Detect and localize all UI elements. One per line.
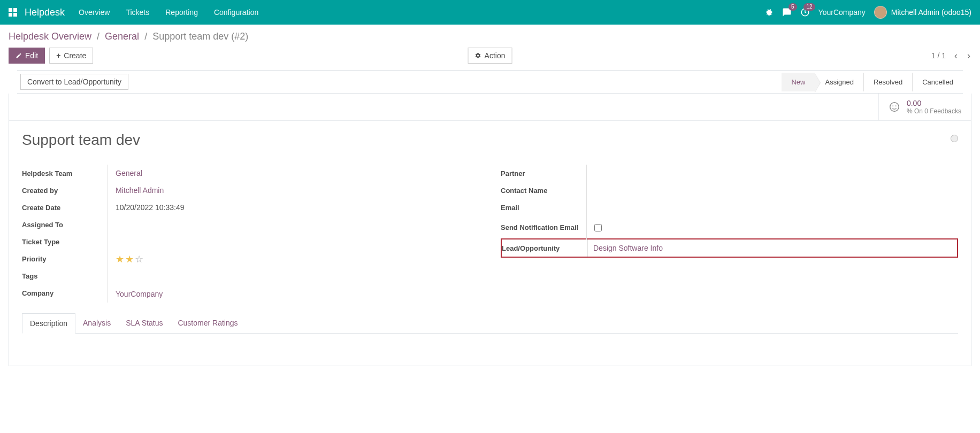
stat-text: 0.00 % On 0 Feedbacks (907, 99, 961, 115)
svg-point-7 (895, 105, 897, 106)
apps-icon[interactable] (9, 8, 17, 17)
nav-user[interactable]: Mitchell Admin (odoo15) (874, 6, 971, 19)
label-company: Company (22, 289, 108, 297)
value-company[interactable]: YourCompany (116, 290, 163, 298)
top-navbar: Helpdesk Overview Tickets Reporting Conf… (0, 0, 980, 25)
tab-list: Description Analysis SLA Status Customer… (22, 313, 958, 334)
star-icon: ★ (125, 253, 134, 265)
status-step-new[interactable]: New (782, 73, 815, 91)
breadcrumb-root[interactable]: Helpdesk Overview (9, 31, 91, 42)
tabs-section: Description Analysis SLA Status Customer… (9, 308, 971, 366)
status-step-resolved[interactable]: Resolved (863, 73, 912, 91)
lead-opportunity-highlight: Lead/Opportunity Design Software Info (501, 238, 958, 258)
label-ticket-type: Ticket Type (22, 238, 108, 246)
breadcrumb: Helpdesk Overview / General / Support te… (9, 31, 971, 42)
sheet-body: Support team dev Helpdesk Team Created b… (9, 121, 971, 308)
breadcrumb-sep: / (144, 31, 147, 42)
svg-rect-3 (13, 13, 17, 17)
action-button-label: Action (485, 51, 506, 60)
plus-icon: + (56, 51, 60, 60)
nav-menu: Overview Tickets Reporting Configuration (79, 8, 765, 17)
convert-lead-button[interactable]: Convert to Lead/Opportunity (20, 74, 128, 90)
messages-icon[interactable]: 5 (782, 7, 792, 17)
label-assigned-to: Assigned To (22, 221, 108, 229)
edit-button[interactable]: Edit (9, 48, 45, 64)
feedback-stat-button[interactable]: 0.00 % On 0 Feedbacks (878, 94, 971, 120)
pager-next[interactable]: › (966, 50, 971, 61)
nav-menu-tickets[interactable]: Tickets (126, 8, 149, 17)
toolbar-center: Action (468, 48, 512, 64)
label-contact-name: Contact Name (501, 187, 586, 195)
tab-analysis[interactable]: Analysis (75, 313, 118, 333)
smiley-icon (889, 101, 900, 113)
activities-icon[interactable]: 12 (800, 7, 810, 17)
stat-value: 0.00 (907, 99, 961, 107)
value-created-by[interactable]: Mitchell Admin (116, 186, 164, 195)
pager-text: 1 / 1 (931, 51, 946, 60)
breadcrumb-sep: / (97, 31, 99, 42)
value-helpdesk-team[interactable]: General (116, 169, 142, 177)
form-columns: Helpdesk Team Created by Create Date Ass… (22, 165, 958, 303)
messages-badge: 5 (788, 3, 797, 11)
label-send-notif: Send Notification Email (501, 223, 586, 233)
star-icon: ☆ (135, 253, 143, 265)
send-notif-checkbox[interactable] (594, 224, 602, 231)
nav-menu-overview[interactable]: Overview (79, 8, 110, 17)
toolbar: Edit + Create Action 1 / 1 ‹ › (9, 48, 971, 64)
activities-badge: 12 (803, 3, 815, 11)
svg-rect-0 (9, 8, 12, 12)
toolbar-right: 1 / 1 ‹ › (931, 50, 971, 61)
form-sheet: 0.00 % On 0 Feedbacks Support team dev H… (9, 94, 971, 366)
record-title: Support team dev (22, 132, 958, 149)
svg-rect-1 (13, 8, 17, 12)
breadcrumb-current: Support team dev (#2) (152, 31, 248, 42)
value-create-date: 10/20/2022 10:33:49 (116, 203, 184, 212)
label-partner: Partner (501, 169, 586, 177)
nav-right: 5 12 YourCompany Mitchell Admin (odoo15) (765, 6, 971, 19)
svg-rect-2 (9, 13, 12, 17)
tab-sla-status[interactable]: SLA Status (118, 313, 170, 333)
label-priority: Priority (22, 255, 108, 263)
avatar (874, 6, 887, 19)
label-created-by: Created by (22, 187, 108, 195)
control-bar: Helpdesk Overview / General / Support te… (0, 25, 980, 64)
sheet-stat-bar: 0.00 % On 0 Feedbacks (9, 94, 971, 121)
priority-stars[interactable]: ★ ★ ☆ (116, 253, 143, 265)
status-step-assigned[interactable]: Assigned (815, 73, 863, 91)
status-row: Convert to Lead/Opportunity New Assigned… (17, 70, 963, 94)
nav-menu-reporting[interactable]: Reporting (165, 8, 198, 17)
breadcrumb-parent[interactable]: General (105, 31, 139, 42)
nav-company[interactable]: YourCompany (818, 8, 866, 17)
kanban-state-dot[interactable] (951, 135, 958, 142)
label-create-date: Create Date (22, 204, 108, 212)
nav-menu-configuration[interactable]: Configuration (214, 8, 258, 17)
bug-icon[interactable] (765, 8, 774, 17)
nav-user-name: Mitchell Admin (odoo15) (891, 8, 971, 17)
label-helpdesk-team: Helpdesk Team (22, 169, 108, 177)
gear-icon (475, 52, 481, 59)
value-lead-opportunity-cell: Design Software Info (587, 239, 957, 257)
label-tags: Tags (22, 272, 108, 280)
create-button-label: Create (64, 51, 86, 60)
stat-sub: % On 0 Feedbacks (907, 107, 961, 115)
svg-point-5 (890, 103, 899, 112)
tab-description[interactable]: Description (22, 313, 75, 334)
pager-prev[interactable]: ‹ (953, 50, 959, 61)
app-brand[interactable]: Helpdesk (25, 7, 65, 18)
edit-button-label: Edit (25, 51, 38, 60)
statusbar: New Assigned Resolved Cancelled (782, 73, 963, 91)
create-button[interactable]: + Create (49, 48, 93, 64)
pencil-icon (16, 52, 22, 59)
svg-point-6 (892, 105, 893, 106)
form-col-left: Helpdesk Team Created by Create Date Ass… (22, 165, 479, 303)
label-lead-opportunity: Lead/Opportunity (502, 239, 587, 257)
star-icon: ★ (116, 253, 124, 265)
action-button[interactable]: Action (468, 48, 512, 64)
status-step-cancelled[interactable]: Cancelled (912, 73, 963, 91)
tab-customer-ratings[interactable]: Customer Ratings (170, 313, 245, 333)
value-lead-opportunity[interactable]: Design Software Info (593, 244, 663, 252)
form-col-right: Partner Contact Name Email Send Notifica… (501, 165, 958, 303)
label-email: Email (501, 204, 586, 212)
